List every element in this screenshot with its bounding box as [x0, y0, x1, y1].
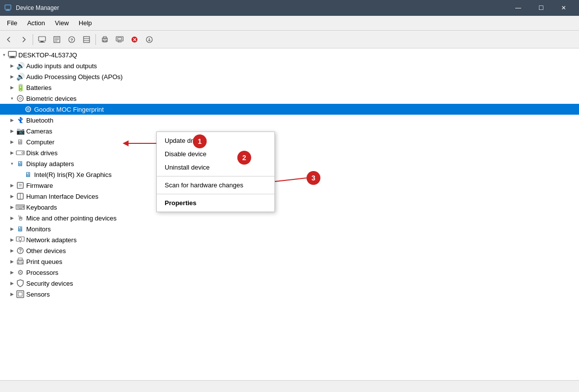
intel-iris-icon: 🖥	[24, 170, 33, 179]
apo-expand[interactable]: ▶	[8, 73, 16, 81]
keyboards-expand[interactable]: ▶	[8, 203, 16, 211]
download-button[interactable]	[142, 33, 156, 46]
hid-icon	[16, 192, 25, 201]
svg-point-29	[27, 108, 29, 110]
tree-item-security[interactable]: ▶ Security devices	[0, 278, 579, 289]
svg-rect-4	[41, 41, 44, 42]
device-tree[interactable]: ▾ DESKTOP-4L537JQ ▶ 🔊 Audio inputs and o…	[0, 48, 579, 380]
security-expand[interactable]: ▶	[8, 279, 16, 287]
batteries-icon: 🔋	[16, 83, 25, 92]
biometric-icon	[16, 94, 25, 103]
network-icon	[16, 235, 25, 244]
sensors-icon	[16, 290, 25, 299]
svg-rect-5	[39, 42, 45, 43]
tree-item-batteries[interactable]: ▶ 🔋 Batteries	[0, 82, 579, 93]
tree-item-mice[interactable]: ▶ 🖱 Mice and other pointing devices	[0, 213, 579, 223]
sensors-expand[interactable]: ▶	[8, 290, 16, 298]
ctx-uninstall-device[interactable]: Uninstall device	[157, 161, 274, 174]
firmware-label: Firmware	[26, 182, 53, 189]
maximize-button[interactable]: ☐	[530, 0, 552, 16]
root-expand[interactable]: ▾	[0, 51, 8, 59]
tree-item-disk[interactable]: ▶ Disk drives	[0, 147, 579, 158]
monitors-expand[interactable]: ▶	[8, 225, 16, 233]
tree-item-firmware[interactable]: ▶ Firmware	[0, 180, 579, 191]
print-expand[interactable]: ▶	[8, 258, 16, 265]
tree-item-processors[interactable]: ▶ ⚙ Processors	[0, 267, 579, 278]
computer-node-icon: 🖥	[16, 137, 25, 146]
firmware-icon	[16, 181, 25, 190]
device-manager-button[interactable]	[35, 33, 49, 46]
minimize-button[interactable]: —	[507, 0, 530, 16]
help-button[interactable]: ?	[65, 33, 79, 46]
tree-root[interactable]: ▾ DESKTOP-4L537JQ	[0, 49, 579, 60]
disk-expand[interactable]: ▶	[8, 149, 16, 157]
mice-expand[interactable]: ▶	[8, 214, 16, 222]
svg-rect-2	[5, 10, 10, 11]
tree-item-display[interactable]: ▾ 🖥 Display adapters	[0, 158, 579, 169]
svg-rect-18	[116, 37, 123, 41]
firmware-expand[interactable]: ▶	[8, 181, 16, 189]
monitors-label: Monitors	[26, 225, 51, 233]
status-bar	[0, 380, 579, 392]
biometric-label: Biometric devices	[26, 95, 77, 102]
goodix-label: Goodix MOC Fingerprint	[34, 106, 104, 113]
toolbar: ? ✕	[0, 31, 579, 48]
tree-item-audio-inputs[interactable]: ▶ 🔊 Audio inputs and outputs	[0, 60, 579, 71]
properties-toolbar-button[interactable]	[50, 33, 64, 46]
back-button[interactable]	[2, 33, 16, 46]
tree-item-goodix[interactable]: ▶ Goodix MOC Fingerprint	[0, 104, 579, 115]
ctx-scan-hardware[interactable]: Scan for hardware changes	[157, 178, 274, 192]
ctx-properties[interactable]: Properties	[157, 196, 274, 210]
svg-rect-24	[8, 51, 16, 56]
tree-item-other[interactable]: ▶ ? Other devices	[0, 245, 579, 256]
processors-expand[interactable]: ▶	[8, 268, 16, 276]
ctx-disable-device[interactable]: Disable device	[157, 147, 274, 161]
display-expand[interactable]: ▾	[8, 160, 16, 168]
tree-item-keyboards[interactable]: ▶ ⌨ Keyboards	[0, 202, 579, 213]
menu-help[interactable]: Help	[74, 17, 97, 29]
tree-item-print[interactable]: ▶ Print queues	[0, 256, 579, 267]
biometric-expand[interactable]: ▾	[8, 94, 16, 102]
cameras-expand[interactable]: ▶	[8, 127, 16, 135]
ctx-update-driver[interactable]: Update driver	[157, 134, 274, 147]
svg-point-31	[22, 152, 24, 154]
tree-item-cameras[interactable]: ▶ 📷 Cameras	[0, 126, 579, 136]
menu-view[interactable]: View	[50, 17, 74, 29]
menu-bar: File Action View Help	[0, 16, 579, 31]
tree-item-sensors[interactable]: ▶ Sensors	[0, 289, 579, 300]
bluetooth-expand[interactable]: ▶	[8, 116, 16, 124]
bluetooth-label: Bluetooth	[26, 117, 53, 124]
tree-item-hid[interactable]: ▶ Human Interface Devices	[0, 191, 579, 202]
close-button[interactable]: ✕	[552, 0, 575, 16]
audio-inputs-expand[interactable]: ▶	[8, 62, 16, 70]
annotation-2: 2	[237, 151, 251, 165]
tree-item-network[interactable]: ▶ Network adapters	[0, 234, 579, 245]
menu-action[interactable]: Action	[22, 17, 50, 29]
alt-view-button[interactable]	[80, 33, 93, 46]
svg-point-38	[19, 238, 22, 241]
root-label: DESKTOP-4L537JQ	[18, 51, 77, 59]
hid-expand[interactable]: ▶	[8, 192, 16, 200]
tree-item-bluetooth[interactable]: ▶ Bluetooth	[0, 115, 579, 126]
print-button[interactable]	[98, 33, 112, 46]
title-bar: Device Manager — ☐ ✕	[0, 0, 579, 16]
computer-icon	[8, 50, 17, 59]
network-expand[interactable]: ▶	[8, 236, 16, 244]
error-button[interactable]: ✕	[128, 33, 141, 46]
sensors-label: Sensors	[26, 291, 50, 298]
svg-rect-12	[84, 37, 89, 43]
batteries-expand[interactable]: ▶	[8, 84, 16, 91]
context-menu: Update driver Disable device Uninstall d…	[156, 131, 275, 212]
forward-button[interactable]	[17, 33, 31, 46]
scan-button[interactable]	[113, 33, 127, 46]
tree-item-monitors[interactable]: ▶ 🖥 Monitors	[0, 223, 579, 234]
toolbar-separator-1	[33, 34, 33, 45]
tree-item-intel-iris[interactable]: ▶ 🖥 Intel(R) Iris(R) Xe Graphics	[0, 169, 579, 180]
tree-item-biometric[interactable]: ▾ Biometric devices	[0, 93, 579, 104]
computer-expand[interactable]: ▶	[8, 138, 16, 146]
display-icon: 🖥	[16, 159, 25, 168]
tree-item-apo[interactable]: ▶ 🔊 Audio Processing Objects (APOs)	[0, 71, 579, 82]
tree-item-computer[interactable]: ▶ 🖥 Computer	[0, 136, 579, 147]
other-expand[interactable]: ▶	[8, 247, 16, 255]
menu-file[interactable]: File	[2, 17, 22, 29]
